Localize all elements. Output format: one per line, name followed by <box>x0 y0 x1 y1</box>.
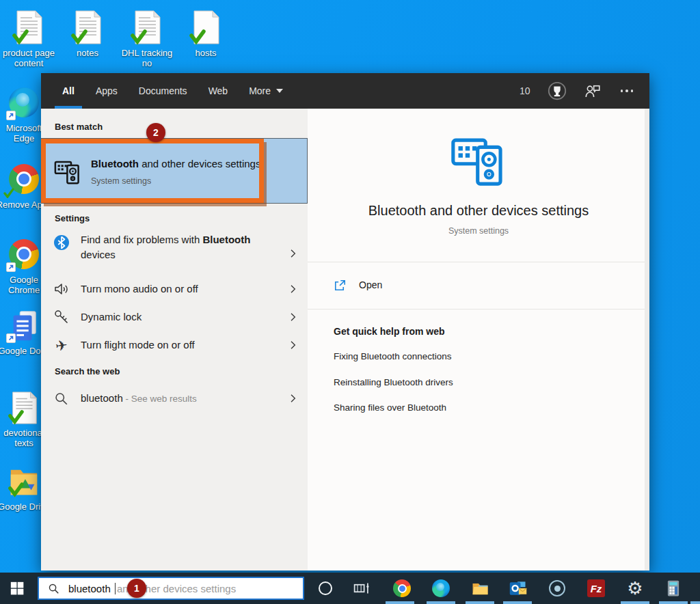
text-cursor <box>115 583 116 594</box>
result-flight-mode[interactable]: ✈ Turn flight mode on or off <box>41 331 308 359</box>
settings-section-label: Settings <box>55 213 90 223</box>
search-icon <box>48 583 59 594</box>
devices-icon-large <box>446 131 511 187</box>
desktop-icon-notes[interactable]: notes <box>59 10 116 58</box>
text-document-icon <box>71 10 104 45</box>
file-explorer-icon[interactable] <box>470 579 489 598</box>
annotation-highlight-box <box>41 139 264 203</box>
result-label: Find and fix problems with Bluetooth dev… <box>81 232 269 262</box>
rewards-trophy-icon[interactable] <box>547 81 567 101</box>
record-app-icon[interactable] <box>548 579 567 598</box>
search-preview-pane: Bluetooth and other devices settings Sys… <box>308 109 649 571</box>
more-options-icon[interactable] <box>618 87 636 95</box>
help-link-fixing-connections[interactable]: Fixing Bluetooth connections <box>334 351 452 361</box>
open-label: Open <box>359 279 382 290</box>
search-web-section-label: Search the web <box>55 366 120 376</box>
chevron-right-icon <box>287 248 299 260</box>
open-app-indicator <box>386 601 414 604</box>
rewards-points-count: 10 <box>520 85 530 96</box>
google-drive-folder-icon <box>8 465 40 499</box>
text-document-icon <box>8 391 40 425</box>
desktop-icon-hosts[interactable]: hosts <box>177 10 234 58</box>
tab-more[interactable]: More <box>241 73 291 109</box>
result-mono-audio[interactable]: Turn mono audio on or off <box>41 275 308 303</box>
open-app-indicator <box>503 601 532 604</box>
speaker-icon <box>53 281 70 298</box>
feedback-user-icon[interactable] <box>584 82 602 100</box>
chevron-right-icon <box>287 284 299 295</box>
outlook-icon[interactable] <box>509 579 528 598</box>
annotation-step-1-badge: 1 <box>127 579 146 598</box>
best-match-section-label: Best match <box>55 122 103 132</box>
quick-help-heading: Get quick help from web <box>334 326 445 337</box>
bluetooth-icon <box>53 234 70 251</box>
edge-icon[interactable] <box>431 579 450 598</box>
shortcut-arrow-icon <box>6 262 16 272</box>
open-app-indicator <box>427 601 455 604</box>
chevron-down-icon <box>276 89 283 93</box>
cortana-icon[interactable] <box>319 581 332 595</box>
open-app-indicator <box>466 601 494 604</box>
chevron-right-icon <box>287 340 299 351</box>
preview-subtitle: System settings <box>308 226 649 236</box>
desktop-icon-label: hosts <box>177 48 234 58</box>
text-document-icon <box>189 10 222 45</box>
divider <box>308 262 645 262</box>
tab-web[interactable]: Web <box>201 73 236 109</box>
scrollbar[interactable] <box>645 109 649 571</box>
airplane-icon: ✈ <box>53 337 70 354</box>
annotation-step-2-badge: 2 <box>146 123 165 142</box>
preview-title: Bluetooth and other devices settings <box>308 203 649 219</box>
desktop-icon-dhl-tracking[interactable]: DHL tracking no <box>118 10 176 68</box>
calculator-icon[interactable] <box>664 579 683 598</box>
key-icon <box>53 309 70 326</box>
tab-web-label: Web <box>208 85 228 96</box>
chevron-right-icon <box>287 312 299 323</box>
result-web-bluetooth[interactable]: bluetooth - See web results <box>41 385 308 412</box>
taskbar: bluetooth and other devices settings Fz … <box>0 573 700 604</box>
search-icon <box>53 390 70 407</box>
search-filter-bar: All Apps Documents Web More 10 <box>41 73 649 109</box>
desktop-icon-label: notes <box>59 48 116 58</box>
desktop-icon-product-page-content[interactable]: product page content <box>0 10 57 68</box>
chrome-icon[interactable] <box>392 579 412 598</box>
open-action[interactable]: Open <box>334 273 382 297</box>
result-label: Turn mono audio on or off <box>81 282 269 297</box>
tab-apps[interactable]: Apps <box>88 73 125 109</box>
tab-documents-label: Documents <box>139 85 187 96</box>
tab-all[interactable]: All <box>55 73 82 109</box>
open-app-indicator <box>659 601 688 604</box>
help-link-sharing-files[interactable]: Sharing files over Bluetooth <box>334 402 446 413</box>
text-document-icon <box>12 10 45 45</box>
shortcut-arrow-icon <box>6 333 16 343</box>
divider <box>308 309 645 310</box>
result-dynamic-lock[interactable]: Dynamic lock <box>41 303 308 331</box>
chevron-right-icon <box>287 393 299 404</box>
taskbar-search-box[interactable]: bluetooth and other devices settings <box>38 577 304 600</box>
tab-documents[interactable]: Documents <box>131 73 195 109</box>
open-app-indicator <box>690 601 700 604</box>
windows-desktop: { "desktop": { "top_icons": [ { "label":… <box>0 0 700 604</box>
text-document-icon <box>131 10 163 45</box>
search-input-value: bluetooth <box>68 583 113 594</box>
tab-all-label: All <box>62 85 75 96</box>
desktop-icon-label: DHL tracking no <box>118 48 176 68</box>
open-external-icon <box>334 279 347 292</box>
result-label: bluetooth - See web results <box>81 391 269 407</box>
start-button[interactable] <box>10 581 25 596</box>
tab-more-label: More <box>249 85 271 96</box>
filezilla-icon[interactable]: Fz <box>587 579 606 598</box>
desktop-icon-label: product page content <box>0 48 57 68</box>
result-label: Dynamic lock <box>81 310 269 325</box>
tab-apps-label: Apps <box>96 85 118 96</box>
sync-check-icon <box>3 187 14 198</box>
help-link-reinstalling-drivers[interactable]: Reinstalling Bluetooth drivers <box>334 377 453 387</box>
result-find-fix-bluetooth[interactable]: Find and fix problems with Bluetooth dev… <box>41 232 308 275</box>
open-app-indicator <box>621 601 649 604</box>
task-view-icon[interactable] <box>353 579 372 598</box>
settings-gear-icon[interactable]: ⚙ <box>625 579 645 598</box>
result-label: Turn flight mode on or off <box>81 338 269 353</box>
shortcut-arrow-icon <box>6 111 16 120</box>
